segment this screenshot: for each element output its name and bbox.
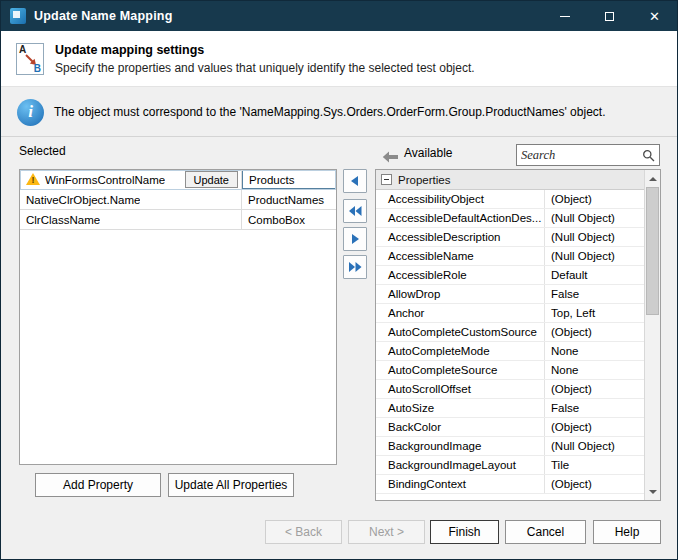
scroll-thumb[interactable] <box>646 187 659 315</box>
move-all-right-icon <box>347 259 363 275</box>
maximize-button[interactable] <box>587 1 632 31</box>
property-row[interactable]: AutoCompleteMode None <box>376 342 644 361</box>
property-row[interactable]: Anchor Top, Left <box>376 304 644 323</box>
property-row[interactable]: BindingContext (Object) <box>376 475 644 494</box>
search-icon <box>642 149 655 162</box>
property-row[interactable]: AutoCompleteSource None <box>376 361 644 380</box>
property-row[interactable]: BackgroundImageLayout Tile <box>376 456 644 475</box>
window-title: Update Name Mapping <box>34 9 173 23</box>
property-value: (Null Object) <box>544 247 644 265</box>
scrollbar[interactable] <box>644 170 660 500</box>
move-left-icon <box>347 173 363 189</box>
property-name: AccessibleRole <box>376 266 544 284</box>
close-button[interactable]: ✕ <box>632 1 677 31</box>
property-row[interactable]: AccessibleDescription (Null Object) <box>376 228 644 247</box>
back-button[interactable]: < Back <box>265 520 342 544</box>
property-name: Anchor <box>376 304 544 322</box>
update-button[interactable]: Update <box>185 171 238 188</box>
property-name: WinFormsControlName <box>45 174 165 186</box>
property-row[interactable]: AutoCompleteCustomSource (Object) <box>376 323 644 342</box>
property-value: (Null Object) <box>544 209 644 227</box>
warning-icon: ! <box>26 173 41 186</box>
property-value: (Object) <box>544 190 644 208</box>
update-all-properties-button[interactable]: Update All Properties <box>168 473 294 497</box>
move-left-button[interactable] <box>343 169 367 193</box>
property-name: AccessibleDescription <box>376 228 544 246</box>
available-label: Available <box>404 146 452 160</box>
property-value: (Object) <box>544 475 644 493</box>
property-value[interactable]: ComboBox <box>242 210 336 229</box>
move-right-button[interactable] <box>343 227 367 251</box>
info-bar: i The object must correspond to the 'Nam… <box>1 88 677 137</box>
property-name: AccessibilityObject <box>376 190 544 208</box>
property-value: Tile <box>544 456 644 474</box>
property-value: None <box>544 342 644 360</box>
wizard-header: A B Update mapping settings Specify the … <box>1 31 677 87</box>
property-value[interactable]: Products <box>242 170 336 189</box>
group-label: Properties <box>398 174 450 186</box>
property-name: AutoCompleteSource <box>376 361 544 379</box>
search-input[interactable] <box>517 146 642 165</box>
page-title: Update mapping settings <box>55 43 475 57</box>
property-name: AutoSize <box>376 399 544 417</box>
property-row[interactable]: AutoScrollOffset (Object) <box>376 380 644 399</box>
property-row[interactable]: AccessibleName (Null Object) <box>376 247 644 266</box>
properties-group-header[interactable]: Properties <box>376 170 644 190</box>
property-row[interactable]: BackgroundImage (Null Object) <box>376 437 644 456</box>
cancel-button[interactable]: Cancel <box>505 520 586 544</box>
property-name: AutoCompleteMode <box>376 342 544 360</box>
property-value: None <box>544 361 644 379</box>
property-name: BackColor <box>376 418 544 436</box>
property-name: BindingContext <box>376 475 544 493</box>
property-row[interactable]: AllowDrop False <box>376 285 644 304</box>
left-arrow-icon <box>382 149 399 167</box>
property-row[interactable]: AccessibleRole Default <box>376 266 644 285</box>
property-row[interactable]: AccessibleDefaultActionDes... (Null Obje… <box>376 209 644 228</box>
name-mapping-icon: A B <box>16 43 44 75</box>
property-value: Top, Left <box>544 304 644 322</box>
move-all-left-button[interactable] <box>343 199 367 223</box>
available-list: AccessibilityObject (Object) AccessibleD… <box>376 190 644 494</box>
selected-row-nativeclrobject-name[interactable]: NativeClrObject.Name ProductNames <box>20 190 336 210</box>
update-name-mapping-dialog: Update Name Mapping ✕ A B Update mapping… <box>0 0 678 560</box>
minimize-button[interactable] <box>542 1 587 31</box>
titlebar[interactable]: Update Name Mapping ✕ <box>1 1 677 31</box>
close-icon: ✕ <box>649 10 660 23</box>
page-subtitle: Specify the properties and values that u… <box>55 61 475 75</box>
next-button[interactable]: Next > <box>348 520 425 544</box>
property-row[interactable]: AutoSize False <box>376 399 644 418</box>
property-value: Default <box>544 266 644 284</box>
search-box <box>516 144 660 166</box>
finish-button[interactable]: Finish <box>430 520 499 544</box>
move-all-right-button[interactable] <box>343 255 367 279</box>
property-name: BackgroundImageLayout <box>376 456 544 474</box>
minimize-icon <box>560 16 570 17</box>
property-value: (Object) <box>544 323 644 341</box>
property-name: AutoScrollOffset <box>376 380 544 398</box>
property-value: (Null Object) <box>544 228 644 246</box>
property-row[interactable]: AccessibilityObject (Object) <box>376 190 644 209</box>
scroll-down-icon[interactable] <box>645 484 660 499</box>
property-name: AutoCompleteCustomSource <box>376 323 544 341</box>
info-icon: i <box>17 99 44 126</box>
selected-label: Selected <box>19 144 66 158</box>
property-name: AccessibleDefaultActionDes... <box>376 209 544 227</box>
add-property-button[interactable]: Add Property <box>35 473 161 497</box>
property-name: ClrClassName <box>26 214 100 226</box>
selected-properties-table: ! WinFormsControlName Update Products Na… <box>19 169 337 465</box>
collapse-icon[interactable] <box>381 174 392 185</box>
property-value: (Null Object) <box>544 437 644 455</box>
help-button[interactable]: Help <box>593 520 661 544</box>
property-name: NativeClrObject.Name <box>26 194 140 206</box>
property-name: AccessibleName <box>376 247 544 265</box>
property-value: (Object) <box>544 380 644 398</box>
move-right-icon <box>347 231 363 247</box>
scroll-up-icon[interactable] <box>645 171 660 186</box>
selected-row-winformscontrolname[interactable]: ! WinFormsControlName Update Products <box>20 170 336 190</box>
property-value[interactable]: ProductNames <box>242 190 336 209</box>
property-name: BackgroundImage <box>376 437 544 455</box>
property-value: False <box>544 399 644 417</box>
property-row[interactable]: BackColor (Object) <box>376 418 644 437</box>
property-name: AllowDrop <box>376 285 544 303</box>
selected-row-clrclassname[interactable]: ClrClassName ComboBox <box>20 210 336 230</box>
